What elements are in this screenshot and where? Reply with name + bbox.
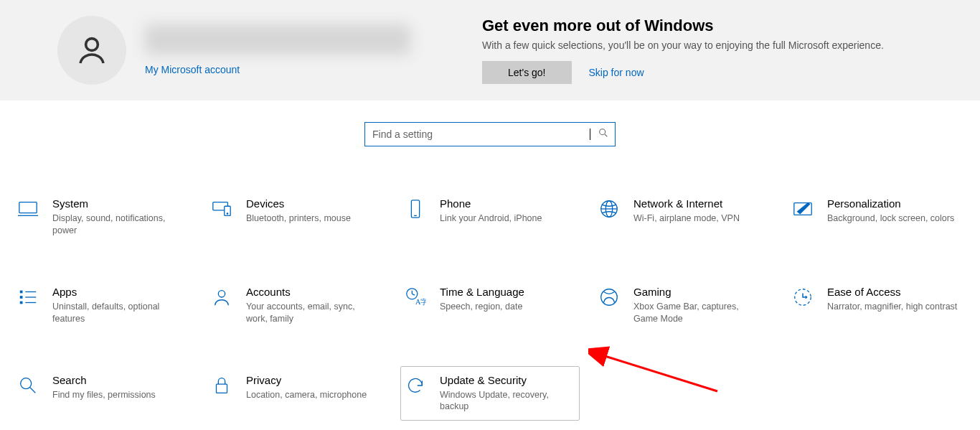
my-microsoft-account-link[interactable]: My Microsoft account: [145, 64, 240, 75]
avatar: [57, 16, 126, 85]
svg-point-20: [218, 290, 225, 296]
text-cursor: [590, 128, 590, 140]
svg-rect-14: [20, 290, 23, 293]
find-a-setting-search[interactable]: [364, 122, 616, 146]
category-desc: Narrator, magnifier, high contrast: [827, 301, 957, 313]
category-desc: Speech, region, date: [440, 301, 524, 313]
category-phone[interactable]: Phone Link your Android, iPhone: [400, 190, 580, 245]
category-title: Personalization: [827, 197, 954, 210]
search-input[interactable]: [371, 128, 590, 141]
svg-point-1: [600, 129, 606, 135]
category-title: Time & Language: [440, 286, 524, 298]
globe-icon: [598, 197, 621, 220]
category-title: Privacy: [246, 374, 367, 386]
svg-line-28: [30, 387, 36, 393]
category-desc: Wi-Fi, airplane mode, VPN: [633, 212, 740, 225]
category-privacy[interactable]: Privacy Location, camera, microphone: [207, 366, 386, 421]
category-title: Accounts: [246, 286, 377, 298]
promo-panel: Get even more out of Windows With a few …: [482, 17, 884, 84]
category-apps[interactable]: Apps Uninstall, defaults, optional featu…: [13, 278, 192, 333]
category-gaming[interactable]: Gaming Xbox Game Bar, captures, Game Mod…: [594, 278, 773, 333]
svg-line-23: [412, 294, 415, 295]
category-desc: Link your Android, iPhone: [440, 212, 542, 225]
category-title: System: [52, 197, 183, 210]
phone-icon: [404, 197, 427, 220]
time-language-icon: A字: [404, 286, 427, 309]
category-title: Network & Internet: [633, 197, 740, 210]
category-personalization[interactable]: Personalization Background, lock screen,…: [788, 190, 967, 245]
svg-text:A字: A字: [415, 298, 426, 306]
category-title: Apps: [52, 286, 183, 298]
svg-rect-8: [411, 200, 419, 218]
lock-icon: [210, 374, 233, 397]
devices-icon: [210, 197, 233, 220]
xbox-icon: [598, 286, 621, 309]
promo-subtitle: With a few quick selections, you'll be o…: [482, 39, 884, 51]
category-network[interactable]: Network & Internet Wi-Fi, airplane mode,…: [594, 190, 773, 245]
category-time-language[interactable]: A字 Time & Language Speech, region, date: [400, 278, 580, 333]
category-devices[interactable]: Devices Bluetooth, printers, mouse: [207, 190, 386, 245]
svg-point-27: [21, 378, 32, 388]
account-info: My Microsoft account: [145, 24, 453, 76]
category-title: Search: [52, 374, 156, 386]
system-icon: [17, 197, 39, 220]
svg-point-0: [86, 39, 98, 51]
category-desc: Uninstall, defaults, optional features: [52, 301, 183, 325]
accounts-icon: [210, 286, 233, 309]
svg-point-7: [227, 213, 228, 215]
category-desc: Xbox Game Bar, captures, Game Mode: [633, 301, 764, 325]
account-name-redacted: [145, 24, 410, 55]
category-title: Ease of Access: [827, 286, 957, 298]
lets-go-button[interactable]: Let's go!: [482, 61, 572, 84]
category-title: Phone: [440, 197, 542, 210]
category-search[interactable]: Search Find my files, permissions: [13, 366, 192, 421]
category-title: Devices: [246, 197, 351, 210]
search-icon[interactable]: [598, 127, 609, 141]
settings-categories-grid: System Display, sound, notifications, po…: [0, 146, 980, 421]
update-icon: [404, 374, 427, 397]
svg-line-2: [605, 134, 607, 136]
category-ease-of-access[interactable]: Ease of Access Narrator, magnifier, high…: [788, 278, 967, 333]
search-category-icon: [17, 374, 39, 397]
category-desc: Bluetooth, printers, mouse: [246, 212, 351, 225]
settings-header: My Microsoft account Get even more out o…: [0, 0, 980, 101]
promo-title: Get even more out of Windows: [482, 17, 884, 35]
category-title: Gaming: [633, 286, 764, 298]
category-accounts[interactable]: Accounts Your accounts, email, sync, wor…: [207, 278, 386, 333]
svg-rect-15: [20, 296, 23, 299]
svg-rect-3: [19, 202, 37, 213]
category-desc: Display, sound, notifications, power: [52, 212, 183, 237]
ease-of-access-icon: [791, 286, 814, 309]
person-icon: [75, 33, 109, 67]
apps-icon: [17, 286, 39, 309]
category-title: Update & Security: [440, 374, 570, 386]
category-desc: Location, camera, microphone: [246, 389, 367, 401]
skip-for-now-link[interactable]: Skip for now: [589, 67, 644, 78]
category-system[interactable]: System Display, sound, notifications, po…: [13, 190, 192, 245]
category-desc: Your accounts, email, sync, work, family: [246, 301, 377, 325]
svg-rect-16: [20, 301, 23, 304]
category-desc: Background, lock screen, colors: [827, 212, 954, 225]
category-desc: Find my files, permissions: [52, 389, 156, 401]
category-update-security[interactable]: Update & Security Windows Update, recove…: [400, 366, 580, 421]
svg-rect-29: [217, 384, 227, 393]
category-desc: Windows Update, recovery, backup: [440, 389, 570, 413]
paint-icon: [791, 197, 814, 220]
